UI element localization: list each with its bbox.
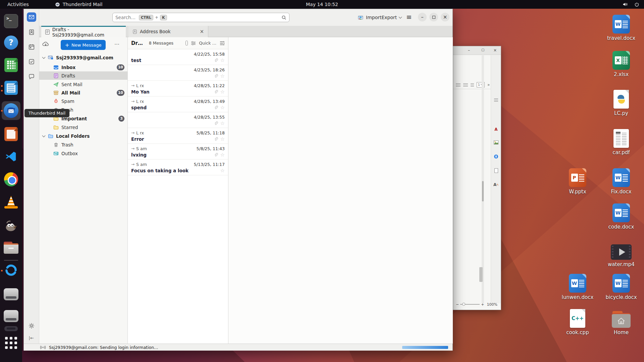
folder-row-sent[interactable]: Sent Mail bbox=[39, 80, 128, 88]
dock-libreoffice-impress[interactable] bbox=[3, 126, 19, 142]
numbered-list-icon[interactable] bbox=[463, 83, 468, 86]
message-row[interactable]: 4/23/25, 18:26 ☆ bbox=[128, 65, 228, 81]
dock-gimp[interactable] bbox=[3, 218, 19, 234]
minimize-button[interactable]: – bbox=[418, 13, 427, 21]
desktop-icon-w-pptx[interactable]: P W.pptx bbox=[559, 168, 596, 195]
importexport-button[interactable]: ImportExport bbox=[356, 12, 404, 22]
clock[interactable]: May 14 10:52 bbox=[0, 2, 644, 7]
desktop-icon-2-xlsx[interactable]: X 2.xlsx bbox=[603, 50, 640, 77]
character-icon[interactable]: A bbox=[493, 127, 499, 132]
settings-gear-icon[interactable] bbox=[24, 323, 39, 329]
app-menu-icon[interactable]: ≡ bbox=[406, 13, 412, 21]
zoom-slider[interactable] bbox=[460, 304, 480, 305]
close-button[interactable]: × bbox=[441, 13, 449, 21]
message-row[interactable]: →L rx 4/28/25, 13:49 spend ☆ bbox=[128, 97, 228, 112]
folder-row-local-trash[interactable]: Trash bbox=[39, 140, 128, 149]
dock-removable-drive[interactable] bbox=[3, 325, 19, 332]
desktop-icon-cook-cpp[interactable]: C++ cook.cpp bbox=[559, 308, 596, 336]
desktop-icon-car-pdf[interactable]: car.pdf bbox=[603, 128, 640, 156]
volume-icon[interactable] bbox=[623, 2, 628, 7]
desktop-icon-lc-py[interactable]: LC.py bbox=[603, 89, 640, 116]
message-row[interactable]: →S am 5/8/25, 11:43 lvxing ☆ bbox=[128, 144, 228, 160]
space-mail[interactable] bbox=[24, 12, 39, 22]
message-row[interactable]: →S am 5/13/25, 11:17 Focus on taking a l… bbox=[128, 160, 228, 175]
list-icon[interactable] bbox=[456, 83, 461, 86]
scrollbar[interactable] bbox=[482, 55, 484, 303]
star-icon[interactable]: ☆ bbox=[220, 137, 225, 141]
message-row[interactable]: →L rx 4/28/25, 11:22 Mo Yan ☆ bbox=[128, 81, 228, 97]
dock-vlc[interactable] bbox=[3, 194, 19, 210]
folder-row-drafts[interactable]: Drafts bbox=[39, 71, 128, 80]
collapse-pane-icon[interactable]: ← bbox=[24, 336, 39, 340]
maximize-icon[interactable]: ▢ bbox=[481, 48, 484, 52]
desktop-icon-code-docx[interactable]: W code.docx bbox=[603, 203, 640, 230]
indent-icon[interactable] bbox=[471, 83, 474, 86]
close-icon[interactable]: × bbox=[493, 48, 497, 53]
new-message-button[interactable]: + New Message bbox=[61, 40, 106, 50]
sidebar-expand-icon[interactable]: » bbox=[487, 82, 490, 87]
tab-drafts[interactable]: Drafts - Ssj293939@gmail.com bbox=[41, 26, 126, 37]
zoom-out-icon[interactable]: − bbox=[456, 302, 459, 307]
styles-icon[interactable]: A✎ bbox=[493, 182, 499, 187]
folder-row-outbox[interactable]: Outbox bbox=[39, 149, 128, 158]
space-chat[interactable] bbox=[24, 74, 39, 80]
star-icon[interactable]: ☆ bbox=[220, 105, 225, 110]
dock-drive-2[interactable] bbox=[3, 308, 19, 324]
star-icon[interactable]: ☆ bbox=[220, 74, 225, 78]
search-input[interactable]: Search… CTRL + K bbox=[112, 13, 289, 22]
gallery-icon[interactable] bbox=[493, 140, 499, 145]
dock-help[interactable]: ? bbox=[3, 35, 19, 50]
dock-libreoffice-writer[interactable] bbox=[3, 80, 19, 96]
tab-address-book[interactable]: Address Book × bbox=[128, 26, 208, 37]
dock-libreoffice-calc[interactable] bbox=[3, 57, 19, 73]
quick-filter-label[interactable]: Quick … bbox=[199, 41, 216, 46]
desktop-icon-fix-docx[interactable]: W Fix.docx bbox=[603, 168, 640, 195]
chevron-down-icon[interactable] bbox=[42, 55, 46, 59]
display-options-icon[interactable] bbox=[219, 41, 225, 46]
desktop-icon-lunwen-docx[interactable]: W lunwen.docx bbox=[559, 273, 596, 300]
star-icon[interactable]: ☆ bbox=[220, 121, 225, 126]
dock-terminal[interactable]: >_ bbox=[3, 13, 19, 29]
minimize-icon[interactable]: – bbox=[468, 48, 470, 53]
folder-pane-options[interactable]: … bbox=[114, 40, 120, 46]
star-icon[interactable]: ☆ bbox=[220, 168, 225, 173]
desktop-icon-home-folder[interactable]: Home bbox=[603, 308, 640, 336]
space-calendar[interactable] bbox=[24, 44, 39, 50]
dock-software-updater[interactable] bbox=[3, 262, 19, 278]
scrollbar-thumb[interactable] bbox=[482, 181, 484, 201]
tab-close-icon[interactable]: × bbox=[200, 28, 204, 35]
desktop-icon-bicycle-docx[interactable]: W bicycle.docx bbox=[603, 273, 640, 300]
desktop-icon-water-mp4[interactable]: water.mp4 bbox=[603, 240, 640, 267]
page-icon[interactable] bbox=[493, 168, 499, 173]
message-row[interactable]: →L rx 5/8/25, 11:18 Error ☆ bbox=[128, 128, 228, 144]
folder-row-starred[interactable]: Starred bbox=[39, 123, 128, 131]
zoom-in-icon[interactable]: + bbox=[481, 302, 484, 307]
message-row[interactable]: 4/22/25, 15:58 test ☆ bbox=[128, 49, 228, 65]
navigator-icon[interactable] bbox=[493, 154, 499, 159]
folder-row-account[interactable]: Ssj293939@gmail.com bbox=[39, 53, 128, 62]
message-row[interactable]: 4/28/25, 13:55 ☆ bbox=[128, 112, 228, 128]
star-icon[interactable]: ☆ bbox=[220, 153, 225, 157]
power-icon[interactable] bbox=[634, 2, 639, 7]
space-tasks[interactable] bbox=[24, 59, 39, 65]
filter-sliders-icon[interactable] bbox=[191, 41, 196, 46]
background-window-titlebar[interactable]: – ▢ × bbox=[453, 46, 501, 55]
cloud-download-icon[interactable] bbox=[42, 41, 49, 48]
dock-drive-1[interactable] bbox=[3, 287, 19, 302]
dock-thunderbird[interactable] bbox=[3, 103, 19, 118]
zoom-level[interactable]: 100% bbox=[487, 302, 497, 307]
folder-row-spam[interactable]: Spam bbox=[39, 97, 128, 105]
maximize-button[interactable] bbox=[429, 13, 438, 21]
star-icon[interactable]: ☆ bbox=[220, 89, 225, 94]
dock-vscode[interactable] bbox=[3, 149, 19, 164]
dock-app-grid[interactable] bbox=[3, 335, 19, 351]
dock-files[interactable] bbox=[3, 240, 19, 255]
space-address-book[interactable] bbox=[24, 29, 39, 35]
star-icon[interactable]: ☆ bbox=[220, 58, 225, 63]
unread-toggle-icon[interactable] bbox=[185, 41, 188, 46]
search-icon[interactable] bbox=[281, 15, 286, 20]
folder-row-local-folders[interactable]: Local Folders bbox=[39, 132, 128, 140]
folder-row-inbox[interactable]: Inbox 10 bbox=[39, 63, 128, 71]
properties-icon[interactable] bbox=[493, 97, 499, 102]
folder-row-all-mail[interactable]: All Mail 10 bbox=[39, 88, 128, 97]
